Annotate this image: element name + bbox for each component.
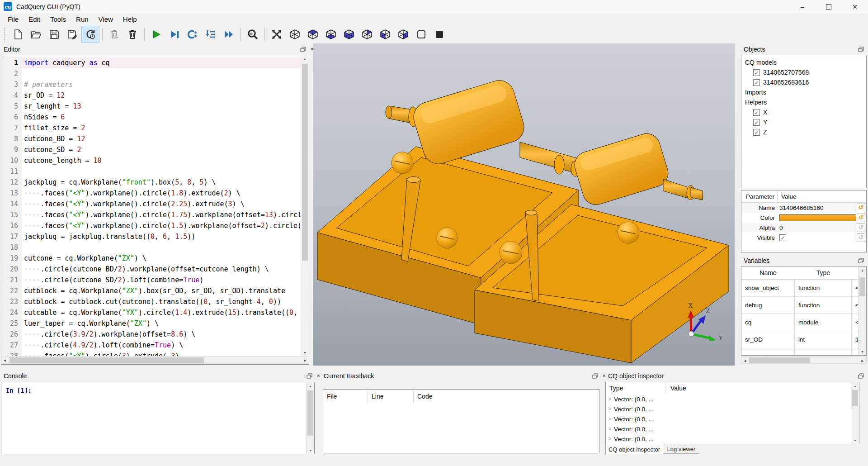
code-line-16[interactable]: ····.faces("<Y").workplane().circle(1.5)… xyxy=(22,220,301,231)
screenshot-button[interactable] xyxy=(244,26,261,43)
inspector-row[interactable]: >Vector: (0.0, ... xyxy=(606,404,859,414)
minimize-button[interactable]: – xyxy=(789,0,816,13)
scroll-down-icon[interactable]: ▼ xyxy=(851,437,859,444)
console-frame[interactable]: In [1]: ▲ ▼ xyxy=(1,382,315,454)
checkbox[interactable]: ✓ xyxy=(753,129,760,136)
open-script-button[interactable] xyxy=(28,26,45,43)
inspector-vscrollbar[interactable]: ▲ ▼ xyxy=(851,382,859,444)
editor-vscrollbar[interactable]: ▲ ▼ xyxy=(301,55,309,356)
float-panel-icon[interactable] xyxy=(592,373,598,379)
scroll-down-icon[interactable]: ▼ xyxy=(859,348,866,355)
wireframe-toggle-button[interactable] xyxy=(413,26,430,43)
expand-chevron-icon[interactable]: > xyxy=(606,426,614,432)
delete-objects-button[interactable] xyxy=(124,26,141,43)
tree-node-imports[interactable]: Imports xyxy=(741,87,866,97)
step-in-button[interactable] xyxy=(202,26,219,43)
menu-file[interactable]: File xyxy=(3,15,24,23)
code-line-10[interactable]: cutcone_length = 10 xyxy=(22,155,301,166)
toolbar-drag-handle[interactable] xyxy=(4,27,6,42)
code-line-2[interactable] xyxy=(22,68,301,79)
scrollbar-thumb[interactable] xyxy=(9,357,204,363)
float-panel-icon[interactable] xyxy=(300,47,306,52)
tree-leaf-x[interactable]: ✓X xyxy=(741,107,866,117)
code-line-22[interactable]: cutblock = cq.Workplane("ZX").box(sr_OD,… xyxy=(22,285,301,296)
render-button[interactable] xyxy=(148,26,165,43)
code-line-28[interactable]: ····.faces("<Y").circle(3).extrude(-3) xyxy=(22,351,301,356)
variable-row-sr_OD[interactable]: sr_ODint12 xyxy=(741,331,866,348)
float-panel-icon[interactable] xyxy=(858,47,864,52)
code-line-3[interactable]: # parameters xyxy=(22,79,301,90)
scrollbar-thumb[interactable] xyxy=(307,390,313,436)
variable-row-show_object[interactable]: show_objectfunction<f xyxy=(741,280,866,297)
variables-vscrollbar[interactable]: ▲ ▼ xyxy=(858,266,866,355)
new-script-button[interactable] xyxy=(9,26,27,43)
code-line-13[interactable]: ····.faces("<Y").workplane().circle(1.8)… xyxy=(22,188,301,199)
float-panel-icon[interactable] xyxy=(858,258,864,263)
tab-log-viewer[interactable]: Log viewer xyxy=(663,444,699,454)
code-line-15[interactable]: ····.faces("<Y").workplane().circle(1.75… xyxy=(22,209,301,220)
editor-hscrollbar[interactable]: ◀ ▶ xyxy=(1,356,309,364)
scroll-left-icon[interactable]: ◀ xyxy=(1,357,9,364)
scroll-up-icon[interactable]: ▲ xyxy=(307,382,314,390)
property-value[interactable]: ✓ xyxy=(779,234,866,241)
close-panel-icon[interactable]: × xyxy=(316,373,320,379)
checkbox[interactable]: ✓ xyxy=(753,69,760,76)
checkbox[interactable]: ✓ xyxy=(753,79,760,86)
scroll-down-icon[interactable]: ▼ xyxy=(307,447,314,454)
menu-edit[interactable]: Edit xyxy=(24,15,45,23)
checkbox[interactable]: ✓ xyxy=(753,119,760,126)
shaded-toggle-button[interactable] xyxy=(431,26,448,43)
fit-view-button[interactable] xyxy=(268,26,285,43)
tree-leaf-3140652707568[interactable]: ✓3140652707568 xyxy=(741,67,866,77)
property-value[interactable]: 0 xyxy=(779,224,866,231)
code-line-8[interactable]: cutcone_BD = 12 xyxy=(22,133,301,144)
code-line-24[interactable]: cutcable = cq.Workplane("YX").circle(1.4… xyxy=(22,307,301,318)
code-line-4[interactable]: sr_OD = 12 xyxy=(22,90,301,101)
save-as-button[interactable] xyxy=(64,26,81,43)
clear-objects-button[interactable] xyxy=(106,26,123,43)
console-vscrollbar[interactable]: ▲ ▼ xyxy=(306,382,314,454)
expand-chevron-icon[interactable]: > xyxy=(606,406,614,412)
scrollbar-thumb[interactable] xyxy=(852,390,858,406)
variable-row-cq[interactable]: cqmodule<m xyxy=(741,314,866,331)
code-line-26[interactable]: ····.circle(3.9/2).workplane(offset=8.6)… xyxy=(22,329,301,340)
code-line-21[interactable]: ····.circle(cutcone_SD/2).loft(combine=T… xyxy=(22,275,301,285)
scroll-left-icon[interactable]: ◀ xyxy=(741,357,749,365)
scroll-right-icon[interactable]: ▶ xyxy=(859,357,866,365)
tree-leaf-y[interactable]: ✓Y xyxy=(741,117,866,127)
inspector-row[interactable]: >Vector: (0.0, ... xyxy=(606,424,859,434)
scroll-up-icon[interactable]: ▲ xyxy=(851,382,859,390)
view-iso-button[interactable] xyxy=(286,26,303,43)
expand-chevron-icon[interactable]: > xyxy=(606,436,614,442)
inspector-row[interactable]: >Vector: (0.0, ... xyxy=(606,434,859,444)
code-line-18[interactable] xyxy=(22,242,301,253)
scrollbar-thumb[interactable] xyxy=(859,277,865,296)
code-line-1[interactable]: import cadquery as cq xyxy=(22,57,301,68)
scroll-down-icon[interactable]: ▼ xyxy=(301,349,309,356)
console-prompt[interactable]: In [1]: xyxy=(6,387,32,394)
property-value[interactable]: 3140646685160 xyxy=(779,204,866,211)
tree-node-cq-models[interactable]: CQ models xyxy=(741,57,866,67)
expand-chevron-icon[interactable]: > xyxy=(606,396,614,402)
scroll-up-icon[interactable]: ▲ xyxy=(301,55,309,62)
visible-checkbox[interactable]: ✓ xyxy=(779,234,786,241)
checkbox[interactable]: ✓ xyxy=(753,109,760,116)
menu-tools[interactable]: Tools xyxy=(45,15,71,23)
menu-help[interactable]: Help xyxy=(118,15,142,23)
code-line-12[interactable]: jackplug = cq.Workplane("front").box(5, … xyxy=(22,177,301,188)
code-line-27[interactable]: ····.circle(4.9/2).loft(combine=True) \ xyxy=(22,340,301,351)
undo-icon[interactable]: ↺ xyxy=(857,214,865,222)
view-top-button[interactable] xyxy=(304,26,321,43)
code-line-23[interactable]: cutblock = cutblock.cut(cutcone).transla… xyxy=(22,296,301,307)
code-line-14[interactable]: ····.faces("<Y").workplane().circle(2.25… xyxy=(22,199,301,209)
save-script-button[interactable] xyxy=(46,26,63,43)
scroll-up-icon[interactable]: ▲ xyxy=(859,266,866,274)
variable-row-sr_lenght[interactable]: sr_lenghtint13 xyxy=(741,348,866,356)
variables-hscrollbar[interactable]: ◀ ▶ xyxy=(741,357,867,364)
scrollbar-thumb[interactable] xyxy=(302,64,308,261)
expand-chevron-icon[interactable]: > xyxy=(606,416,614,422)
tree-leaf-z[interactable]: ✓Z xyxy=(741,127,866,137)
inspector-row[interactable]: >Vector: (0.0, ... xyxy=(606,414,859,424)
inspector-row[interactable]: >Vector: (0.0, ... xyxy=(606,394,859,404)
menu-run[interactable]: Run xyxy=(71,15,94,23)
